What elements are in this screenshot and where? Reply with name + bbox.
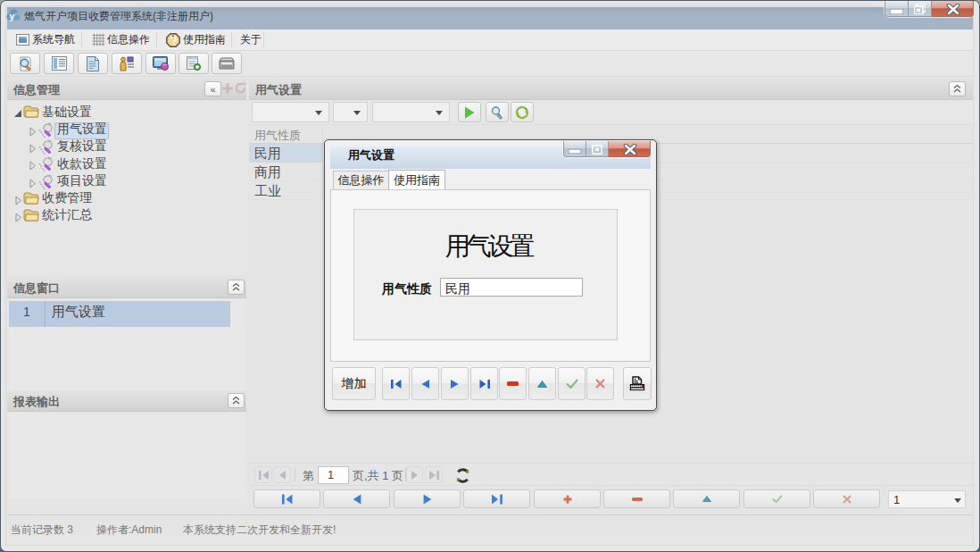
svg-text:y: y <box>9 11 14 21</box>
